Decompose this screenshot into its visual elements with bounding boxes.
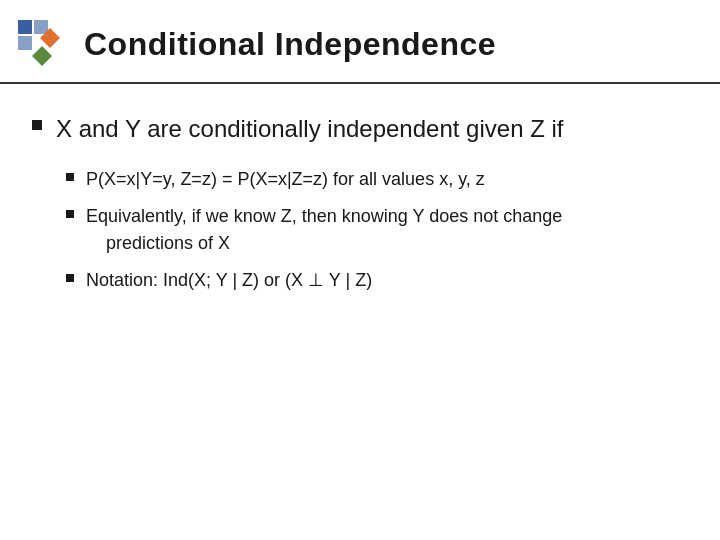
sub-bullet-2-line1: Equivalently, if we know Z, then knowing… — [86, 203, 562, 230]
sub-bullet-1: P(X=x|Y=y, Z=z) = P(X=x|Z=z) for all val… — [66, 166, 688, 193]
svg-rect-2 — [18, 36, 32, 50]
svg-rect-1 — [34, 20, 48, 34]
sub-bullet-1-marker — [66, 173, 74, 181]
main-bullet-text: X and Y are conditionally independent gi… — [56, 112, 563, 146]
logo — [16, 18, 68, 70]
sub-bullet-3-marker — [66, 274, 74, 282]
logo-icon — [16, 18, 68, 70]
svg-rect-0 — [18, 20, 32, 34]
main-bullet: X and Y are conditionally independent gi… — [32, 112, 688, 146]
sub-bullet-2-marker — [66, 210, 74, 218]
sub-bullet-3: Notation: Ind(X; Y | Z) or (X ⊥ Y | Z) — [66, 267, 688, 294]
sub-bullet-2: Equivalently, if we know Z, then knowing… — [66, 203, 688, 257]
main-bullet-marker — [32, 120, 42, 130]
slide-title: Conditional Independence — [84, 26, 496, 63]
header: Conditional Independence — [0, 0, 720, 84]
sub-bullets-list: P(X=x|Y=y, Z=z) = P(X=x|Z=z) for all val… — [66, 166, 688, 294]
slide: Conditional Independence X and Y are con… — [0, 0, 720, 540]
sub-bullet-2-line2: predictions of X — [106, 230, 562, 257]
svg-marker-4 — [32, 46, 52, 66]
content: X and Y are conditionally independent gi… — [0, 84, 720, 314]
sub-bullet-3-text: Notation: Ind(X; Y | Z) or (X ⊥ Y | Z) — [86, 267, 372, 294]
sub-bullet-1-text: P(X=x|Y=y, Z=z) = P(X=x|Z=z) for all val… — [86, 166, 485, 193]
